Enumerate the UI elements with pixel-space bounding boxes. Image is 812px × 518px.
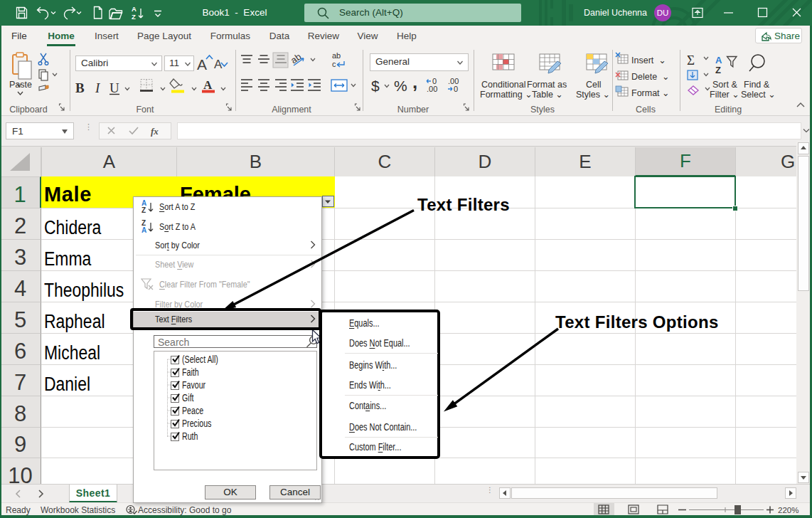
svg-text:fx: fx bbox=[151, 126, 159, 137]
svg-text:c: c bbox=[332, 60, 336, 68]
svg-text:ab: ab bbox=[332, 51, 341, 60]
svg-text:B: B bbox=[75, 80, 85, 95]
svg-text:%: % bbox=[394, 78, 407, 94]
svg-text:Z: Z bbox=[132, 13, 136, 21]
svg-text:.00: .00 bbox=[427, 85, 437, 93]
svg-text:A: A bbox=[132, 5, 137, 13]
svg-text:Σ: Σ bbox=[687, 53, 695, 68]
svg-text:A: A bbox=[214, 58, 223, 71]
svg-text:A: A bbox=[141, 226, 146, 234]
svg-text:$: $ bbox=[371, 78, 380, 94]
svg-text:A: A bbox=[203, 78, 213, 92]
svg-text:,: , bbox=[412, 71, 417, 92]
svg-text:I: I bbox=[95, 80, 101, 95]
svg-text:U: U bbox=[109, 80, 119, 95]
svg-text:A: A bbox=[715, 55, 722, 65]
svg-text:Z: Z bbox=[715, 65, 721, 75]
svg-text:Z: Z bbox=[141, 206, 146, 214]
svg-text:0: 0 bbox=[454, 85, 458, 93]
svg-text:A: A bbox=[197, 56, 207, 73]
